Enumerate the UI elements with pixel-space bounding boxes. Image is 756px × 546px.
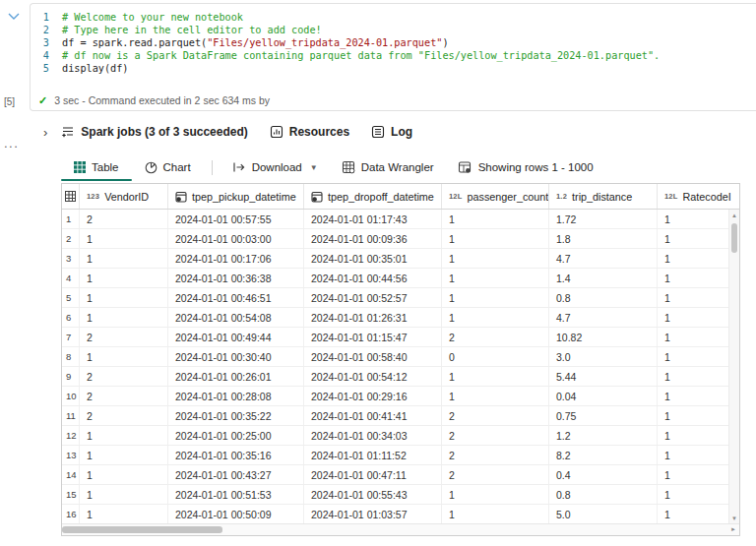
cell: 1 (658, 210, 731, 228)
scroll-up-icon[interactable]: ▲ (729, 212, 739, 218)
table-row[interactable]: 612024-01-01 00:54:082024-01-01 01:26:31… (62, 308, 739, 328)
cell: 10.82 (549, 328, 658, 346)
table-grid-icon (74, 161, 86, 173)
vertical-scrollbar[interactable]: ▲ ▼ (728, 210, 739, 524)
output-more-options[interactable]: ... (4, 136, 19, 151)
spark-jobs-toggle[interactable]: Spark jobs (3 of 3 succeeded) (61, 125, 247, 139)
cell: 1 (442, 288, 549, 307)
calendar-clock-icon (311, 191, 323, 203)
column-header-RatecodeID[interactable]: 12LRatecodeID (658, 184, 731, 209)
cell: 1 (658, 308, 731, 327)
scroll-down-icon[interactable]: ▼ (729, 516, 739, 521)
results-table: 123VendorIDtpep_pickup_datetimetpep_drop… (61, 183, 740, 536)
cell: 1 (80, 249, 168, 268)
column-header-tpep_dropoff_datetime[interactable]: tpep_dropoff_datetime (304, 184, 442, 209)
type-badge: 1.2 (556, 192, 567, 201)
cell: 2024-01-01 00:03:00 (168, 229, 304, 248)
cell: 2024-01-01 00:54:08 (168, 308, 304, 327)
table-row[interactable]: 922024-01-01 00:26:012024-01-01 00:54:12… (62, 367, 739, 387)
log-label: Log (391, 125, 412, 139)
table-row[interactable]: 1212024-01-01 00:25:002024-01-01 00:34:0… (62, 426, 739, 446)
cell: 2024-01-01 00:30:40 (168, 347, 304, 366)
table-row[interactable]: 312024-01-01 00:17:062024-01-01 00:35:01… (62, 249, 739, 269)
code-line: 5display(df) (31, 62, 756, 75)
resources-toggle[interactable]: Resources (270, 125, 349, 139)
cell: 2024-01-01 00:49:44 (168, 328, 304, 346)
log-toggle[interactable]: Log (371, 125, 412, 139)
column-header-tpep_pickup_datetime[interactable]: tpep_pickup_datetime (168, 184, 304, 209)
row-number: 14 (62, 465, 80, 484)
column-header-VendorID[interactable]: 123VendorID (80, 184, 168, 209)
cell-collapse-chevron-icon[interactable] (6, 8, 22, 24)
table-row[interactable]: 1022024-01-01 00:28:082024-01-01 00:29:1… (62, 387, 739, 406)
column-name: passenger_count (468, 191, 549, 203)
table-row[interactable]: 1612024-01-01 00:50:092024-01-01 01:03:5… (62, 505, 739, 524)
row-number: 4 (62, 269, 80, 287)
table-body: 122024-01-01 00:57:552024-01-01 01:17:43… (62, 210, 739, 524)
code-token-comment: # df now is a Spark DataFrame containing… (62, 50, 660, 61)
vertical-scroll-thumb[interactable] (731, 223, 737, 253)
cell: 1 (80, 446, 168, 464)
row-number: 13 (62, 446, 80, 464)
code-line-content: # Type here in the cell editor to add co… (62, 24, 322, 36)
table-row[interactable]: 1122024-01-01 00:35:222024-01-01 00:41:4… (62, 406, 739, 426)
table-row[interactable]: 722024-01-01 00:49:442024-01-01 01:15:47… (62, 328, 739, 347)
row-number: 11 (62, 406, 80, 425)
table-header-row: 123VendorIDtpep_pickup_datetimetpep_drop… (62, 184, 739, 210)
column-header-passenger_count[interactable]: 12Lpassenger_count (442, 184, 549, 209)
code-line-content: display(df) (62, 62, 128, 75)
scroll-right-icon[interactable]: ► (730, 526, 736, 532)
notebook-cell: 1# Welcome to your new notebook2# Type h… (30, 3, 756, 111)
select-all-corner[interactable] (62, 184, 80, 209)
table-row[interactable]: 1312024-01-01 00:35:162024-01-01 01:11:5… (62, 446, 739, 465)
column-name: tpep_pickup_datetime (192, 191, 296, 203)
table-row[interactable]: 1512024-01-01 00:51:532024-01-01 00:55:4… (62, 485, 739, 505)
cell: 0 (442, 347, 549, 366)
tab-table[interactable]: Table (61, 153, 132, 181)
code-editor[interactable]: 1# Welcome to your new notebook2# Type h… (31, 4, 756, 75)
column-name: tpep_dropoff_datetime (328, 191, 434, 203)
log-icon (371, 125, 385, 139)
cell: 1 (658, 465, 731, 484)
rows-status: Showing rows 1 - 1000 (446, 160, 594, 174)
spark-jobs-icon (61, 125, 75, 139)
table-row[interactable]: 812024-01-01 00:30:402024-01-01 00:58:40… (62, 347, 739, 367)
expand-chevron-icon[interactable]: › (43, 126, 47, 139)
download-button[interactable]: Download ▼ (220, 161, 330, 173)
cell: 2 (80, 328, 168, 346)
horizontal-scroll-thumb[interactable] (62, 526, 222, 533)
table-row[interactable]: 412024-01-01 00:36:382024-01-01 00:44:56… (62, 269, 739, 288)
table-row[interactable]: 122024-01-01 00:57:552024-01-01 01:17:43… (62, 210, 739, 229)
cell: 1 (658, 367, 731, 386)
row-number: 6 (62, 308, 80, 327)
cell: 2024-01-01 00:43:27 (168, 465, 304, 484)
type-badge: 123 (87, 192, 99, 201)
success-check-icon: ✓ (38, 94, 47, 107)
cell: 2 (442, 465, 549, 484)
code-token-code: df = spark.read.parquet( (62, 37, 207, 48)
resources-label: Resources (289, 125, 349, 139)
code-line-content: # Welcome to your new notebook (62, 11, 243, 24)
cell: 1 (442, 308, 549, 327)
column-header-trip_distance[interactable]: 1.2trip_distance (549, 184, 658, 209)
row-number: 7 (62, 328, 80, 346)
tab-chart[interactable]: Chart (132, 153, 204, 181)
cell: 2024-01-01 00:54:12 (304, 367, 442, 386)
cell: 1 (80, 426, 168, 445)
cell: 2024-01-01 01:03:57 (304, 505, 442, 523)
table-row[interactable]: 512024-01-01 00:46:512024-01-01 00:52:57… (62, 288, 739, 308)
table-row[interactable]: 1412024-01-01 00:43:272024-01-01 00:47:1… (62, 465, 739, 485)
table-row[interactable]: 212024-01-01 00:03:002024-01-01 00:09:36… (62, 229, 739, 249)
type-badge: 12L (449, 192, 463, 201)
notebook-screen: 1# Welcome to your new notebook2# Type h… (0, 0, 756, 546)
data-wrangler-button[interactable]: Data Wrangler (330, 160, 446, 174)
execution-count: [5] (4, 96, 15, 107)
code-token-code: ) (442, 37, 448, 48)
cell: 1 (442, 269, 549, 287)
cell: 2024-01-01 00:55:43 (304, 485, 442, 504)
cell: 0.8 (549, 485, 658, 504)
horizontal-scrollbar[interactable]: ► (62, 523, 739, 535)
cell: 1 (80, 347, 168, 366)
cell: 5.0 (549, 505, 658, 523)
cell: 1 (80, 269, 168, 287)
